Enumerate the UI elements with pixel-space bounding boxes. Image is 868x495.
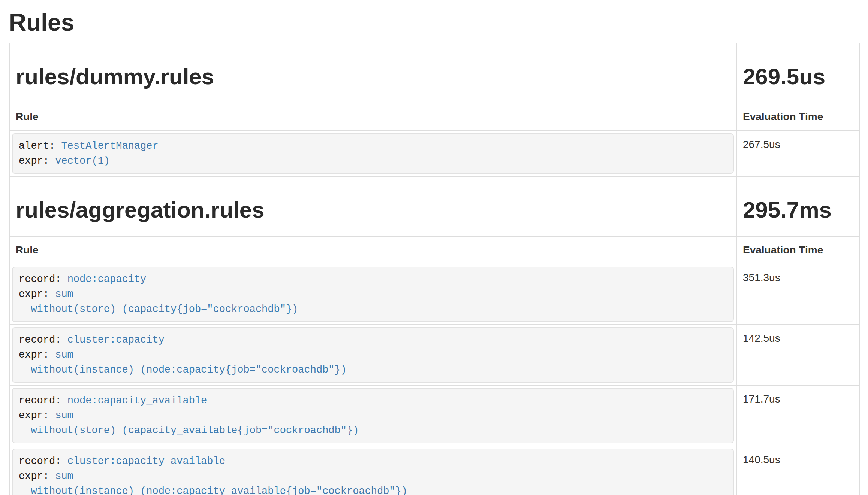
rule-keyword: expr: xyxy=(19,289,55,300)
group-eval-time-cell: 295.7ms xyxy=(736,176,859,236)
group-file-heading: rules/dummy.rules xyxy=(16,64,730,89)
rule-eval-time: 171.7us xyxy=(736,385,859,446)
rule-keyword: expr: xyxy=(19,155,55,167)
rule-pre: record: cluster:capacity expr: sum witho… xyxy=(12,327,734,383)
rule-link[interactable]: without(instance) (node:capacity{job="co… xyxy=(31,364,347,376)
rule-link[interactable]: cluster:capacity xyxy=(67,334,165,346)
column-header-row: RuleEvaluation Time xyxy=(9,236,859,264)
rule-link[interactable]: cluster:capacity_available xyxy=(67,456,225,467)
rule-keyword: record: xyxy=(19,274,67,285)
rule-pre: record: node:capacity expr: sum without(… xyxy=(12,267,734,322)
rule-keyword: record: xyxy=(19,456,67,467)
rule-keyword xyxy=(19,364,31,376)
rule-row: record: node:capacity expr: sum without(… xyxy=(9,264,859,325)
rule-group-row: rules/aggregation.rules295.7ms xyxy=(9,176,859,236)
rule-keyword: expr: xyxy=(19,410,55,421)
rule-row: record: cluster:capacity_available expr:… xyxy=(9,446,859,495)
rule-link[interactable]: node:capacity xyxy=(67,274,147,285)
rule-row: record: cluster:capacity expr: sum witho… xyxy=(9,325,859,385)
rule-keyword xyxy=(19,486,31,495)
rule-keyword: expr: xyxy=(19,471,55,482)
rule-pre: alert: TestAlertManager expr: vector(1) xyxy=(12,133,734,174)
rule-link[interactable]: sum xyxy=(55,349,73,361)
rule-definition-cell: record: node:capacity_available expr: su… xyxy=(9,385,736,446)
rule-link[interactable]: vector(1) xyxy=(55,155,110,167)
column-header-row: RuleEvaluation Time xyxy=(9,103,859,131)
rule-link[interactable]: without(instance) (node:capacity_availab… xyxy=(31,486,407,495)
rule-link[interactable]: sum xyxy=(55,410,73,421)
rule-link[interactable]: TestAlertManager xyxy=(61,140,158,152)
group-eval-time: 295.7ms xyxy=(743,198,853,222)
rule-eval-time: 267.5us xyxy=(736,131,859,176)
rule-link[interactable]: sum xyxy=(55,289,73,300)
rule-definition-cell: record: cluster:capacity_available expr:… xyxy=(9,446,736,495)
rule-keyword: expr: xyxy=(19,349,55,361)
rule-eval-time: 351.3us xyxy=(736,264,859,325)
rule-keyword xyxy=(19,304,31,315)
rule-col-header: Rule xyxy=(9,236,736,264)
rule-group-row: rules/dummy.rules269.5us xyxy=(9,43,859,103)
rule-definition-cell: alert: TestAlertManager expr: vector(1) xyxy=(9,131,736,176)
rule-row: alert: TestAlertManager expr: vector(1)2… xyxy=(9,131,859,176)
rule-row: record: node:capacity_available expr: su… xyxy=(9,385,859,446)
eval-time-col-header: Evaluation Time xyxy=(736,236,859,264)
group-eval-time-cell: 269.5us xyxy=(736,43,859,103)
rule-keyword xyxy=(19,425,31,436)
rule-link[interactable]: sum xyxy=(55,471,73,482)
rule-pre: record: cluster:capacity_available expr:… xyxy=(12,449,734,495)
eval-time-col-header: Evaluation Time xyxy=(736,103,859,131)
group-file-cell: rules/aggregation.rules xyxy=(9,176,736,236)
rule-link[interactable]: node:capacity_available xyxy=(67,395,207,406)
rule-definition-cell: record: node:capacity expr: sum without(… xyxy=(9,264,736,325)
rule-keyword: alert: xyxy=(19,140,61,152)
rule-link[interactable]: without(store) (capacity{job="cockroachd… xyxy=(31,304,298,315)
rule-col-header: Rule xyxy=(9,103,736,131)
group-file-cell: rules/dummy.rules xyxy=(9,43,736,103)
rule-link[interactable]: without(store) (capacity_available{job="… xyxy=(31,425,359,436)
rule-keyword: record: xyxy=(19,334,67,346)
rule-definition-cell: record: cluster:capacity expr: sum witho… xyxy=(9,325,736,385)
group-file-heading: rules/aggregation.rules xyxy=(16,198,730,222)
page-title: Rules xyxy=(9,9,859,36)
rule-keyword: record: xyxy=(19,395,67,406)
group-eval-time: 269.5us xyxy=(743,64,853,89)
rule-eval-time: 142.5us xyxy=(736,325,859,385)
rule-eval-time: 140.5us xyxy=(736,446,859,495)
rules-table: rules/dummy.rules269.5usRuleEvaluation T… xyxy=(9,43,860,495)
rule-pre: record: node:capacity_available expr: su… xyxy=(12,388,734,443)
